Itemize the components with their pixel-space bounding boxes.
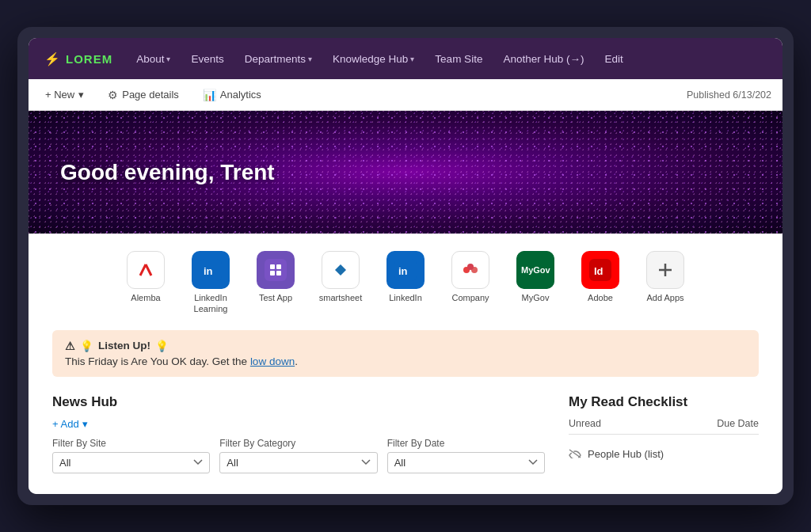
news-hub: News Hub + Add ▾ Filter By Site All [52, 394, 545, 481]
filter-category-select[interactable]: All [219, 452, 377, 473]
filter-date-group: Filter By Date All [387, 438, 545, 473]
nav-departments-chevron: ▾ [308, 55, 312, 63]
nav-events-label: Events [191, 53, 223, 65]
logo-text: LOREM [66, 52, 112, 66]
nav-logo[interactable]: ⚡ LOREM [44, 51, 112, 66]
svg-rect-0 [135, 259, 157, 281]
checklist-item-label-0: People Hub (list) [588, 448, 664, 460]
nav-another-hub-label: Another Hub (→) [503, 53, 584, 65]
nav-item-edit[interactable]: Edit [596, 48, 630, 70]
nav-team-site-label: Team Site [435, 53, 482, 65]
app-mygov-icon-box: MyGov [516, 251, 554, 289]
alert-bulb-icon: 💡 [80, 340, 93, 352]
svg-rect-9 [276, 271, 281, 276]
new-button[interactable]: + New ▾ [40, 86, 89, 103]
analytics-icon: 📊 [203, 89, 216, 101]
nav-departments-label: Departments [245, 53, 306, 65]
app-company[interactable]: Company [442, 251, 499, 303]
alert-title: ⚠ 💡 Listen Up! 💡 [65, 340, 746, 352]
filter-category-label: Filter By Category [219, 438, 377, 449]
filter-site-group: Filter By Site All [52, 438, 210, 473]
bottom-section: News Hub + Add ▾ Filter By Site All [52, 394, 759, 481]
bolt-icon: ⚡ [44, 51, 61, 66]
app-add-apps[interactable]: Add Apps [637, 251, 694, 303]
alert-warning-icon: ⚠ [65, 340, 75, 352]
analytics-button[interactable]: 📊 Analytics [197, 86, 267, 104]
svg-rect-6 [270, 264, 275, 269]
app-linkedin-learning-icon-box: in [192, 251, 230, 289]
app-linkedin-learning[interactable]: in LinkedIn Learning [182, 251, 239, 314]
nav-item-another-hub[interactable]: Another Hub (→) [495, 48, 592, 70]
toolbar: + New ▾ ⚙ Page details 📊 Analytics Publi… [29, 79, 782, 111]
svg-text:in: in [398, 265, 408, 277]
filter-date-select[interactable]: All [387, 452, 545, 473]
nav-item-departments[interactable]: Departments ▾ [237, 48, 320, 70]
app-mygov[interactable]: MyGov MyGov [507, 251, 564, 303]
top-nav: ⚡ LOREM About ▾ Events Departments ▾ Kno… [29, 38, 782, 79]
app-company-label: Company [451, 293, 489, 303]
app-adobe-icon-box: Id [581, 251, 619, 289]
app-alemba-label: Alemba [131, 293, 160, 303]
app-adobe[interactable]: Id Adobe [572, 251, 629, 303]
nav-item-about[interactable]: About ▾ [128, 48, 178, 70]
add-button[interactable]: + Add ▾ [52, 418, 545, 430]
alert-body-prefix: This Friday is Are You OK day. Get the [65, 355, 250, 367]
nav-item-team-site[interactable]: Team Site [427, 48, 490, 70]
checklist-item-0[interactable]: People Hub (list) [569, 443, 759, 466]
nav-knowledge-hub-chevron: ▾ [410, 55, 414, 63]
app-linkedin-label: LinkedIn [389, 293, 422, 303]
read-checklist: My Read Checklist Unread Due Date People… [569, 394, 759, 481]
new-label: + New [45, 89, 74, 101]
checklist-col-unread: Unread [569, 418, 601, 429]
svg-text:MyGov: MyGov [521, 265, 551, 275]
content-area: Alemba in LinkedIn Learning Test App [29, 234, 782, 493]
filter-site-select[interactable]: All [52, 452, 210, 473]
svg-rect-8 [270, 271, 275, 276]
filter-date-label: Filter By Date [387, 438, 545, 449]
alert-banner: ⚠ 💡 Listen Up! 💡 This Friday is Are You … [52, 330, 759, 377]
app-test-app-icon-box [257, 251, 295, 289]
device-frame: ⚡ LOREM About ▾ Events Departments ▾ Kno… [17, 27, 794, 504]
filter-site-label: Filter By Site [52, 438, 210, 449]
app-linkedin-learning-label: LinkedIn Learning [194, 293, 228, 314]
alert-body: This Friday is Are You OK day. Get the l… [65, 355, 746, 367]
alert-bulb-icon-2: 💡 [155, 340, 169, 352]
app-alemba[interactable]: Alemba [117, 251, 174, 303]
nav-about-chevron: ▾ [166, 55, 170, 63]
add-chevron: ▾ [82, 418, 88, 430]
filter-row: Filter By Site All Filter By Category Al… [52, 438, 545, 473]
nav-knowledge-hub-label: Knowledge Hub [333, 53, 408, 65]
app-mygov-label: MyGov [522, 293, 550, 303]
app-icons-row: Alemba in LinkedIn Learning Test App [52, 251, 759, 314]
app-test-app-label: Test App [259, 293, 292, 303]
app-linkedin[interactable]: in LinkedIn [377, 251, 434, 303]
app-test-app[interactable]: Test App [247, 251, 304, 303]
app-add-apps-label: Add Apps [646, 293, 683, 303]
svg-text:Id: Id [594, 265, 603, 277]
alert-title-text: Listen Up! [98, 340, 150, 352]
svg-text:in: in [204, 265, 213, 277]
page-details-button[interactable]: ⚙ Page details [102, 86, 185, 104]
app-linkedin-icon-box: in [386, 251, 425, 289]
browser-window: ⚡ LOREM About ▾ Events Departments ▾ Kno… [29, 38, 782, 493]
app-company-icon-box [451, 251, 489, 289]
news-hub-title: News Hub [52, 394, 545, 410]
new-chevron: ▾ [78, 89, 84, 101]
app-add-apps-icon-box [646, 251, 684, 289]
page-details-label: Page details [122, 89, 179, 101]
nav-item-events[interactable]: Events [183, 48, 231, 70]
app-alemba-icon-box [127, 251, 165, 289]
checklist-title: My Read Checklist [569, 394, 759, 410]
nav-item-knowledge-hub[interactable]: Knowledge Hub ▾ [325, 48, 422, 70]
svg-point-15 [467, 264, 474, 270]
alert-link[interactable]: low down [250, 355, 295, 367]
app-smartsheet[interactable]: smartsheet [312, 251, 369, 303]
checklist-col-due-date: Due Date [717, 418, 759, 429]
published-date: Published 6/13/202 [687, 89, 771, 101]
app-adobe-label: Adobe [588, 293, 613, 303]
app-smartsheet-icon-box [322, 251, 360, 289]
analytics-label: Analytics [220, 89, 261, 101]
nav-about-label: About [136, 53, 164, 65]
add-label: + Add [52, 418, 79, 430]
checklist-header: Unread Due Date [569, 418, 759, 435]
